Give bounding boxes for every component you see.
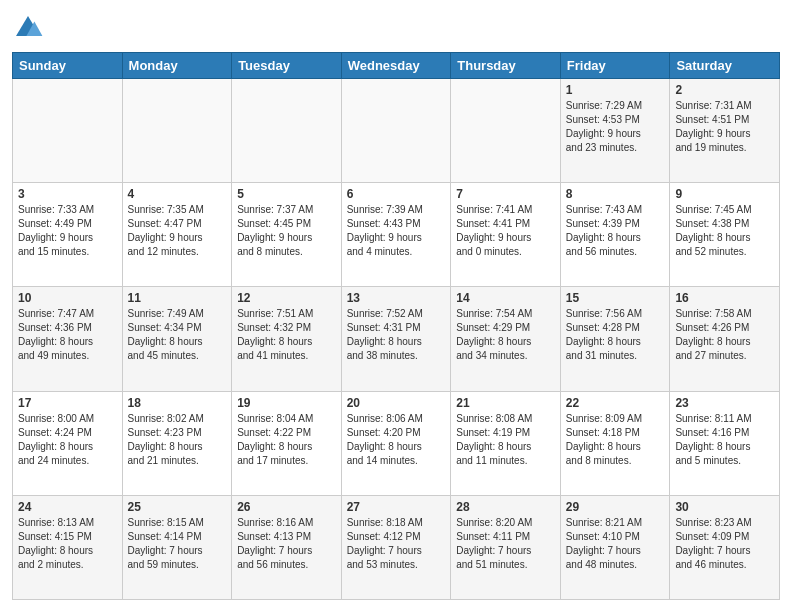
day-info: Sunrise: 8:23 AM Sunset: 4:09 PM Dayligh…	[675, 516, 774, 572]
day-number: 27	[347, 500, 446, 514]
day-number: 22	[566, 396, 665, 410]
calendar-cell: 11Sunrise: 7:49 AM Sunset: 4:34 PM Dayli…	[122, 287, 232, 391]
weekday-header: Sunday	[13, 53, 123, 79]
calendar-cell	[451, 79, 561, 183]
day-number: 10	[18, 291, 117, 305]
calendar-table: SundayMondayTuesdayWednesdayThursdayFrid…	[12, 52, 780, 600]
day-info: Sunrise: 8:06 AM Sunset: 4:20 PM Dayligh…	[347, 412, 446, 468]
calendar-week-row: 17Sunrise: 8:00 AM Sunset: 4:24 PM Dayli…	[13, 391, 780, 495]
weekday-header: Monday	[122, 53, 232, 79]
day-number: 18	[128, 396, 227, 410]
day-number: 1	[566, 83, 665, 97]
day-number: 17	[18, 396, 117, 410]
day-info: Sunrise: 7:39 AM Sunset: 4:43 PM Dayligh…	[347, 203, 446, 259]
day-info: Sunrise: 8:15 AM Sunset: 4:14 PM Dayligh…	[128, 516, 227, 572]
day-info: Sunrise: 7:58 AM Sunset: 4:26 PM Dayligh…	[675, 307, 774, 363]
day-number: 6	[347, 187, 446, 201]
calendar-cell: 5Sunrise: 7:37 AM Sunset: 4:45 PM Daylig…	[232, 183, 342, 287]
calendar-cell: 27Sunrise: 8:18 AM Sunset: 4:12 PM Dayli…	[341, 495, 451, 599]
day-info: Sunrise: 8:18 AM Sunset: 4:12 PM Dayligh…	[347, 516, 446, 572]
weekday-row: SundayMondayTuesdayWednesdayThursdayFrid…	[13, 53, 780, 79]
day-number: 13	[347, 291, 446, 305]
calendar-cell: 9Sunrise: 7:45 AM Sunset: 4:38 PM Daylig…	[670, 183, 780, 287]
calendar-week-row: 1Sunrise: 7:29 AM Sunset: 4:53 PM Daylig…	[13, 79, 780, 183]
day-info: Sunrise: 7:52 AM Sunset: 4:31 PM Dayligh…	[347, 307, 446, 363]
day-info: Sunrise: 7:33 AM Sunset: 4:49 PM Dayligh…	[18, 203, 117, 259]
calendar-cell: 10Sunrise: 7:47 AM Sunset: 4:36 PM Dayli…	[13, 287, 123, 391]
calendar-week-row: 10Sunrise: 7:47 AM Sunset: 4:36 PM Dayli…	[13, 287, 780, 391]
day-number: 29	[566, 500, 665, 514]
day-number: 16	[675, 291, 774, 305]
day-info: Sunrise: 8:16 AM Sunset: 4:13 PM Dayligh…	[237, 516, 336, 572]
day-number: 24	[18, 500, 117, 514]
day-number: 20	[347, 396, 446, 410]
calendar-cell: 26Sunrise: 8:16 AM Sunset: 4:13 PM Dayli…	[232, 495, 342, 599]
calendar-cell: 12Sunrise: 7:51 AM Sunset: 4:32 PM Dayli…	[232, 287, 342, 391]
day-number: 25	[128, 500, 227, 514]
day-info: Sunrise: 7:29 AM Sunset: 4:53 PM Dayligh…	[566, 99, 665, 155]
calendar-cell: 1Sunrise: 7:29 AM Sunset: 4:53 PM Daylig…	[560, 79, 670, 183]
day-number: 23	[675, 396, 774, 410]
page-container: SundayMondayTuesdayWednesdayThursdayFrid…	[0, 0, 792, 612]
calendar-cell: 19Sunrise: 8:04 AM Sunset: 4:22 PM Dayli…	[232, 391, 342, 495]
calendar-cell: 7Sunrise: 7:41 AM Sunset: 4:41 PM Daylig…	[451, 183, 561, 287]
day-number: 15	[566, 291, 665, 305]
calendar-cell: 28Sunrise: 8:20 AM Sunset: 4:11 PM Dayli…	[451, 495, 561, 599]
day-number: 5	[237, 187, 336, 201]
weekday-header: Tuesday	[232, 53, 342, 79]
day-info: Sunrise: 8:20 AM Sunset: 4:11 PM Dayligh…	[456, 516, 555, 572]
logo	[12, 12, 48, 44]
calendar-cell: 24Sunrise: 8:13 AM Sunset: 4:15 PM Dayli…	[13, 495, 123, 599]
weekday-header: Saturday	[670, 53, 780, 79]
calendar-cell	[341, 79, 451, 183]
day-number: 19	[237, 396, 336, 410]
day-info: Sunrise: 8:21 AM Sunset: 4:10 PM Dayligh…	[566, 516, 665, 572]
day-number: 14	[456, 291, 555, 305]
weekday-header: Wednesday	[341, 53, 451, 79]
day-number: 9	[675, 187, 774, 201]
day-number: 28	[456, 500, 555, 514]
calendar-cell: 2Sunrise: 7:31 AM Sunset: 4:51 PM Daylig…	[670, 79, 780, 183]
day-info: Sunrise: 7:43 AM Sunset: 4:39 PM Dayligh…	[566, 203, 665, 259]
day-info: Sunrise: 7:47 AM Sunset: 4:36 PM Dayligh…	[18, 307, 117, 363]
day-info: Sunrise: 7:51 AM Sunset: 4:32 PM Dayligh…	[237, 307, 336, 363]
calendar-cell: 8Sunrise: 7:43 AM Sunset: 4:39 PM Daylig…	[560, 183, 670, 287]
day-info: Sunrise: 8:02 AM Sunset: 4:23 PM Dayligh…	[128, 412, 227, 468]
day-info: Sunrise: 8:04 AM Sunset: 4:22 PM Dayligh…	[237, 412, 336, 468]
day-number: 11	[128, 291, 227, 305]
day-number: 30	[675, 500, 774, 514]
day-info: Sunrise: 7:45 AM Sunset: 4:38 PM Dayligh…	[675, 203, 774, 259]
logo-icon	[12, 12, 44, 44]
calendar-cell	[122, 79, 232, 183]
header	[12, 12, 780, 44]
day-number: 26	[237, 500, 336, 514]
calendar-header: SundayMondayTuesdayWednesdayThursdayFrid…	[13, 53, 780, 79]
calendar-cell	[13, 79, 123, 183]
calendar-cell: 23Sunrise: 8:11 AM Sunset: 4:16 PM Dayli…	[670, 391, 780, 495]
weekday-header: Thursday	[451, 53, 561, 79]
calendar-cell: 25Sunrise: 8:15 AM Sunset: 4:14 PM Dayli…	[122, 495, 232, 599]
calendar-cell: 18Sunrise: 8:02 AM Sunset: 4:23 PM Dayli…	[122, 391, 232, 495]
calendar-cell: 15Sunrise: 7:56 AM Sunset: 4:28 PM Dayli…	[560, 287, 670, 391]
day-info: Sunrise: 8:08 AM Sunset: 4:19 PM Dayligh…	[456, 412, 555, 468]
calendar-cell: 20Sunrise: 8:06 AM Sunset: 4:20 PM Dayli…	[341, 391, 451, 495]
day-info: Sunrise: 8:09 AM Sunset: 4:18 PM Dayligh…	[566, 412, 665, 468]
calendar-cell: 21Sunrise: 8:08 AM Sunset: 4:19 PM Dayli…	[451, 391, 561, 495]
calendar-cell: 13Sunrise: 7:52 AM Sunset: 4:31 PM Dayli…	[341, 287, 451, 391]
calendar-cell: 4Sunrise: 7:35 AM Sunset: 4:47 PM Daylig…	[122, 183, 232, 287]
calendar-cell: 29Sunrise: 8:21 AM Sunset: 4:10 PM Dayli…	[560, 495, 670, 599]
day-info: Sunrise: 8:13 AM Sunset: 4:15 PM Dayligh…	[18, 516, 117, 572]
calendar-cell	[232, 79, 342, 183]
day-number: 12	[237, 291, 336, 305]
day-number: 3	[18, 187, 117, 201]
day-info: Sunrise: 7:37 AM Sunset: 4:45 PM Dayligh…	[237, 203, 336, 259]
calendar-cell: 16Sunrise: 7:58 AM Sunset: 4:26 PM Dayli…	[670, 287, 780, 391]
day-info: Sunrise: 7:56 AM Sunset: 4:28 PM Dayligh…	[566, 307, 665, 363]
calendar-cell: 17Sunrise: 8:00 AM Sunset: 4:24 PM Dayli…	[13, 391, 123, 495]
calendar-cell: 6Sunrise: 7:39 AM Sunset: 4:43 PM Daylig…	[341, 183, 451, 287]
day-info: Sunrise: 7:31 AM Sunset: 4:51 PM Dayligh…	[675, 99, 774, 155]
day-info: Sunrise: 7:54 AM Sunset: 4:29 PM Dayligh…	[456, 307, 555, 363]
day-info: Sunrise: 7:49 AM Sunset: 4:34 PM Dayligh…	[128, 307, 227, 363]
day-info: Sunrise: 8:11 AM Sunset: 4:16 PM Dayligh…	[675, 412, 774, 468]
day-number: 8	[566, 187, 665, 201]
